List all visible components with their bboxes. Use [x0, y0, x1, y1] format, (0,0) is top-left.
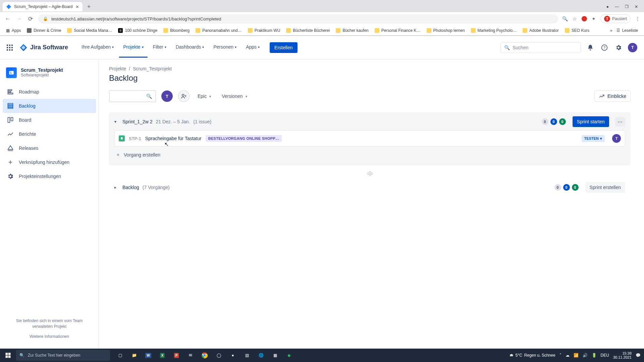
task-view-icon[interactable]: ▢ [113, 349, 127, 362]
jira-logo[interactable]: Jira Software [19, 44, 68, 52]
bookmark-item[interactable]: SEO Kurs [563, 27, 591, 34]
breadcrumb-project[interactable]: Scrum_Testprojekt [133, 66, 172, 71]
nav-filters[interactable]: Filter▾ [149, 37, 170, 58]
reading-list-button[interactable]: ☰Leseliste [614, 27, 640, 34]
back-button[interactable]: ← [4, 15, 11, 22]
bookmark-item[interactable]: Panoramabahn und… [194, 27, 244, 34]
excel-icon[interactable]: X [156, 349, 169, 362]
wifi-icon[interactable]: 📶 [574, 353, 579, 358]
sidebar-item-project-settings[interactable]: Projekteinstellungen [3, 169, 96, 183]
assignee-avatar[interactable]: T [612, 134, 621, 143]
sidebar-item-add-link[interactable]: Verknüpfung hinzufügen [3, 155, 96, 169]
backlog-name[interactable]: Backlog [122, 185, 139, 190]
add-people-button[interactable] [178, 90, 190, 102]
bookmark-item[interactable]: Adobe Illustrator [521, 27, 560, 34]
tray-chevron-icon[interactable]: ˄ [559, 353, 561, 358]
favorite-icon[interactable]: ☆ [573, 16, 577, 21]
start-button[interactable] [0, 349, 16, 362]
browser-tab[interactable]: Scrum_Testprojekt – Agile-Board ✕ [3, 2, 83, 11]
epic-badge[interactable]: BESTELLVORGANG ONLINE SHOPP… [206, 135, 282, 142]
help-icon[interactable]: ? [600, 43, 609, 52]
bookmark-item[interactable]: Social Media Mana… [65, 27, 114, 34]
profile-avatar[interactable]: T [628, 43, 637, 52]
insights-button[interactable]: Einblicke [594, 90, 631, 102]
nav-projects[interactable]: Projekte▾ [119, 37, 147, 58]
versions-filter-dropdown[interactable]: Versionen▾ [219, 92, 250, 101]
mail-icon[interactable]: ✉ [184, 349, 197, 362]
app-switcher-icon[interactable] [7, 45, 14, 51]
collapse-sprint-icon[interactable]: ▾ [114, 119, 119, 124]
kebab-menu-icon[interactable]: ⋮ [635, 16, 640, 21]
global-search-input[interactable]: 🔍 Suchen [500, 42, 581, 53]
file-explorer-icon[interactable]: 📁 [127, 349, 141, 362]
nav-apps[interactable]: Apps▾ [242, 37, 264, 58]
extension-adblock-icon[interactable] [582, 16, 587, 21]
issue-row[interactable]: STP-1 Spracheingabe für Tastatur BESTELL… [114, 130, 625, 146]
app-icon[interactable]: ▤ [240, 349, 254, 362]
nav-people[interactable]: Personen▾ [209, 37, 240, 58]
weather-widget[interactable]: 🌧 5°C Regen u. Schnee [509, 353, 555, 358]
address-bar[interactable]: 🔒 testdeutsch1.atlassian.net/jira/softwa… [38, 14, 558, 23]
window-close-button[interactable]: ✕ [635, 4, 638, 9]
sidebar-item-releases[interactable]: Releases [3, 141, 96, 155]
start-sprint-button[interactable]: Sprint starten [573, 116, 609, 127]
window-maximize-button[interactable]: ❐ [625, 4, 629, 9]
extensions-icon[interactable]: ✦ [592, 16, 596, 21]
epic-filter-dropdown[interactable]: Epic▾ [195, 92, 214, 101]
onedrive-icon[interactable]: ☁ [566, 353, 570, 358]
issue-key[interactable]: STP-1 [129, 136, 141, 141]
bookmark-item[interactable]: Bücher kaufen [334, 27, 370, 34]
incognito-icon[interactable]: ● [606, 4, 609, 9]
profile-button[interactable]: T Pausiert [600, 14, 631, 23]
volume-icon[interactable]: 🔊 [583, 353, 588, 358]
bookmarks-overflow-icon[interactable]: » [610, 28, 612, 33]
assignee-filter-avatar[interactable]: T [161, 90, 173, 102]
reload-button[interactable]: ⟳ [27, 15, 34, 22]
bookmark-item[interactable]: Bücherliste Bücherei [284, 27, 332, 34]
spotify-icon[interactable]: ● [282, 349, 296, 362]
word-icon[interactable]: W [142, 349, 155, 362]
app-icon[interactable]: ● [226, 349, 239, 362]
zoom-icon[interactable]: 🔍 [562, 16, 568, 21]
bookmark-apps[interactable]: ▦Apps [4, 27, 23, 34]
sidebar-item-backlog[interactable]: Backlog [3, 99, 96, 113]
bookmark-item[interactable]: Personal Finance K… [373, 27, 423, 34]
nav-dashboards[interactable]: Dashboards▾ [172, 37, 208, 58]
bookmark-item[interactable]: Bloomberg [161, 27, 192, 34]
resize-handle-icon[interactable] [109, 171, 631, 176]
language-indicator[interactable]: DEU [601, 353, 609, 358]
sidebar-item-reports[interactable]: Berichte [3, 127, 96, 141]
expand-backlog-icon[interactable]: ▸ [114, 185, 119, 190]
bookmark-item[interactable]: Dinner & Crime [25, 27, 63, 34]
nav-your-work[interactable]: Ihre Aufgaben▾ [77, 37, 118, 58]
close-tab-icon[interactable]: ✕ [75, 4, 79, 9]
create-button[interactable]: Erstellen [270, 42, 297, 53]
clock[interactable]: 15:38 30.11.2021 [613, 351, 632, 359]
sprint-name[interactable]: Sprint_1_2w 2 [122, 119, 153, 124]
sidebar-item-board[interactable]: Board [3, 113, 96, 127]
sprint-more-button[interactable]: ··· [615, 117, 625, 126]
bookmark-item[interactable]: Praktikum WU [246, 27, 282, 34]
window-minimize-button[interactable]: — [615, 4, 619, 9]
bookmark-item[interactable]: Marketing Psycholo… [469, 27, 519, 34]
project-header[interactable]: Scrum_Testprojekt Softwareprojekt [3, 66, 96, 85]
issue-status-dropdown[interactable]: TESTEN ▾ [582, 135, 605, 142]
app-icon[interactable]: ▦ [268, 349, 282, 362]
sidebar-item-roadmap[interactable]: Roadmap [3, 85, 96, 99]
bookmark-item[interactable]: Photoshop lernen [425, 27, 467, 34]
chrome-icon[interactable] [198, 349, 211, 362]
taskbar-search-input[interactable]: 🔍 Zur Suche Text hier eingeben [16, 350, 110, 361]
battery-icon[interactable]: 🔋 [592, 353, 597, 358]
create-sprint-button[interactable]: Sprint erstellen [585, 182, 625, 193]
new-tab-button[interactable]: + [85, 2, 94, 12]
app-icon[interactable]: ◯ [212, 349, 225, 362]
backlog-search-input[interactable]: 🔍 [109, 90, 156, 102]
edge-icon[interactable]: 🌐 [254, 349, 268, 362]
notifications-icon[interactable] [586, 43, 595, 52]
bookmark-item[interactable]: B100 schöne Dinge [116, 27, 159, 34]
forward-button[interactable]: → [15, 15, 23, 22]
sidebar-footer-link[interactable]: Weitere Informationen [30, 334, 69, 339]
breadcrumb-projects[interactable]: Projekte [109, 66, 126, 71]
settings-icon[interactable] [614, 43, 623, 52]
powerpoint-icon[interactable]: P [170, 349, 183, 362]
